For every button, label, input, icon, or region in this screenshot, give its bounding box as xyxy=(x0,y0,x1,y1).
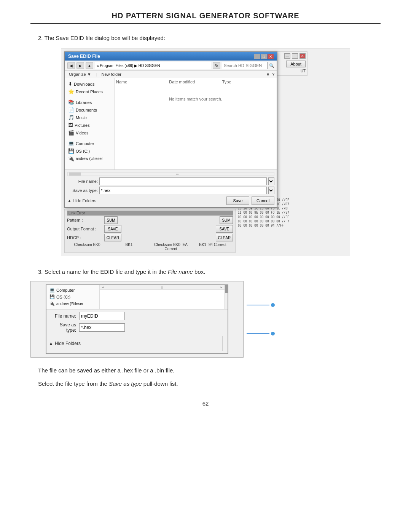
page-header: HD PATTERN SIGNAL GENERATOR SOFTWARE xyxy=(30,11,381,24)
checksum-bk1: BK1 xyxy=(109,243,149,251)
view-icon: ≡ xyxy=(266,72,269,77)
about-btn-container: About xyxy=(286,60,306,67)
nav-back-button[interactable]: ◀ xyxy=(67,62,75,69)
hide-folders-button[interactable]: ▲ Hide Folders xyxy=(67,198,96,203)
sidebar-item-network[interactable]: 🔌 andrew (\\fileser xyxy=(67,155,113,162)
pattern-row: Pattern : SUM SUM xyxy=(67,216,233,224)
output-row: Output Format : SAVE SAVE xyxy=(67,225,233,233)
zoom-vscroll[interactable] xyxy=(225,285,228,309)
zoom-filename-input[interactable] xyxy=(79,312,125,320)
sidebar-item-recent[interactable]: ⭐ Recent Places xyxy=(67,88,113,95)
step3-number: 3. xyxy=(38,268,43,275)
zoom-savetype-label: Save as type: xyxy=(49,322,79,333)
sidebar-item-libraries[interactable]: 📚 Libraries xyxy=(67,99,113,106)
about-button[interactable]: About xyxy=(286,61,306,67)
no-items-text: No items match your search. xyxy=(116,97,275,101)
clear-button-left[interactable]: CLEAR xyxy=(104,234,121,241)
help-icon: ? xyxy=(272,72,274,77)
zoom-hide-label: Hide Folders xyxy=(55,341,81,346)
sum-button-left[interactable]: SUM xyxy=(104,216,118,224)
sum-button-right[interactable]: SUM xyxy=(220,216,233,224)
filename-input[interactable] xyxy=(99,177,267,185)
step2-number: 2. xyxy=(38,35,43,41)
step3-text: 3. Select a name for the EDID file and t… xyxy=(30,268,381,275)
page-number: 62 xyxy=(30,400,381,407)
right-minimize[interactable]: — xyxy=(284,53,290,59)
sidebar-label-videos: Videos xyxy=(76,131,88,135)
downloads-icon: ⬇ xyxy=(68,81,72,87)
savetype-dropdown[interactable]: ▼ xyxy=(268,187,274,194)
zoom-sidebar-computer[interactable]: 💻 Computer xyxy=(48,287,98,293)
sidebar-item-documents[interactable]: 📄 Documents xyxy=(67,106,113,113)
save-button-right[interactable]: SAVE xyxy=(216,225,233,233)
savetype-input[interactable] xyxy=(99,187,267,194)
zoom-savetype-input[interactable] xyxy=(79,323,125,332)
minimize-button[interactable]: — xyxy=(254,54,260,59)
sidebar-item-music[interactable]: 🎵 Music xyxy=(67,114,113,121)
maximize-button[interactable]: □ xyxy=(261,54,267,59)
sidebar-item-downloads[interactable]: ⬇ Downloads xyxy=(67,80,113,88)
step3-italic: File name xyxy=(168,268,193,275)
dialog-sidebar: ⬇ Downloads ⭐ Recent Places 📚 Libraries xyxy=(65,78,115,169)
sidebar-label-pictures: Pictures xyxy=(75,123,90,128)
network-icon: 🔌 xyxy=(68,156,74,161)
right-close[interactable]: ✕ xyxy=(299,53,306,59)
zoom-hscroll[interactable]: ◄ ||| ► xyxy=(100,285,225,290)
close-button[interactable]: ✕ xyxy=(268,54,274,59)
pattern-label: Pattern : xyxy=(67,218,101,222)
zoom-sidebar-osc[interactable]: 💾 OS (C:) xyxy=(48,294,98,300)
sidebar-label-documents: Documents xyxy=(76,108,97,112)
sidebar-sep2 xyxy=(67,138,113,138)
sidebar-item-videos[interactable]: 🎬 Videos xyxy=(67,129,113,136)
col-type: Type xyxy=(222,80,275,84)
hdcp-label: HDCP : xyxy=(67,235,101,240)
sidebar-label-downloads: Downloads xyxy=(74,82,94,86)
zoom-network-label: andrew (\\fileser xyxy=(56,302,83,306)
dialog-body: ⬇ Downloads ⭐ Recent Places 📚 Libraries xyxy=(65,78,277,169)
zoom-filename-label: File name: xyxy=(49,313,79,319)
right-maximize[interactable]: □ xyxy=(292,53,298,59)
filename-row: File name: ▼ xyxy=(67,177,274,185)
nav-forward-button[interactable]: ▶ xyxy=(76,62,84,69)
pictures-icon: 🖼 xyxy=(68,122,73,128)
checksum-bk0: Checksum BK0 xyxy=(67,243,107,251)
clear-button-right[interactable]: CLEAR xyxy=(216,234,233,241)
zoom-hide-icon: ▲ xyxy=(49,341,53,346)
save-edid-dialog: Save EDID File — □ ✕ ◀ ▶ ▲ ↻ 🔍 xyxy=(64,51,277,208)
sidebar-item-osc[interactable]: 💾 OS (C:) xyxy=(67,147,113,155)
hscroll-bar[interactable]: m xyxy=(67,172,274,176)
filename-dropdown[interactable]: ▼ xyxy=(268,177,274,185)
new-folder-button[interactable]: New folder xyxy=(100,72,123,77)
zoom-sidebar-network[interactable]: 🔌 andrew (\\fileser xyxy=(48,300,98,307)
refresh-button[interactable]: ↻ xyxy=(213,62,220,69)
cancel-button[interactable]: Cancel xyxy=(252,197,274,205)
col-date: Date modified xyxy=(169,80,222,84)
address-path[interactable] xyxy=(95,62,211,69)
zoom-filename-row: File name: xyxy=(49,312,225,320)
hex-line-29: 11 00 00 9E 00 00 FD 1E //E7 xyxy=(238,211,307,215)
save-button[interactable]: Save xyxy=(226,197,249,205)
step2-text: 2. The Save EDID file dialog box will be… xyxy=(30,35,381,41)
zoom-osc-label: OS (C:) xyxy=(56,295,70,299)
zoom-upper: 💻 Computer 💾 OS (C:) 🔌 andrew (\\fileser xyxy=(46,285,228,309)
checksum-bk0-result: Checksum BK0=EA Correct xyxy=(151,243,191,251)
zoom-hide-folders-button[interactable]: ▲ Hide Folders xyxy=(49,341,81,346)
sidebar-item-computer[interactable]: 💻 Computer xyxy=(67,140,113,147)
organize-button[interactable]: Organize ▼ xyxy=(67,72,93,77)
libraries-icon: 📚 xyxy=(68,99,74,105)
save-button-left[interactable]: SAVE xyxy=(104,225,121,233)
scroll-right: ► xyxy=(220,286,223,289)
page-title: HD PATTERN SIGNAL GENERATOR SOFTWARE xyxy=(30,11,381,20)
zoom-empty-area xyxy=(100,290,225,301)
col-name: Name xyxy=(116,80,169,84)
sidebar-label-computer: Computer xyxy=(76,141,94,146)
sidebar-item-pictures[interactable]: 🖼 Pictures xyxy=(67,121,113,129)
callout-dot-2 xyxy=(271,332,275,335)
footer-actions: ▲ Hide Folders Save Cancel xyxy=(67,197,274,205)
screenshot-2-container: 💻 Computer 💾 OS (C:) 🔌 andrew (\\fileser xyxy=(30,281,381,358)
nav-up-button[interactable]: ▲ xyxy=(86,62,93,69)
dialog-footer: m File name: ▼ Save as type: ▼ ▲ xyxy=(65,169,277,207)
search-input[interactable] xyxy=(222,62,268,69)
videos-icon: 🎬 xyxy=(68,130,74,136)
titlebar-buttons: — □ ✕ xyxy=(254,54,274,59)
